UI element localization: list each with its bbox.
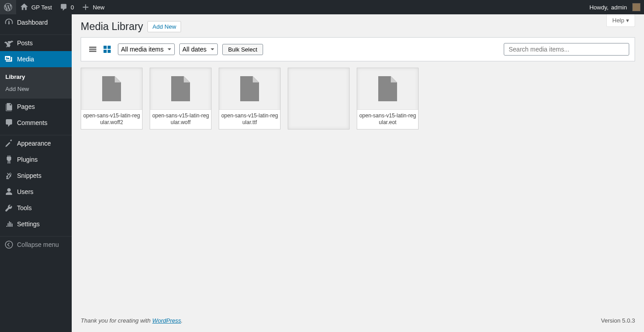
footer-thanks-suffix: . [181, 317, 183, 324]
media-thumb [219, 68, 280, 109]
sidebar-label: Posts [17, 39, 33, 47]
pages-icon [4, 102, 13, 111]
file-icon [378, 76, 397, 101]
media-icon [4, 55, 13, 64]
media-item[interactable]: open-sans-v15-latin-regular.woff2 [81, 68, 143, 129]
snippets-icon [4, 171, 13, 180]
sidebar-item-snippets[interactable]: Snippets [0, 168, 72, 184]
howdy-prefix: Howdy, [589, 4, 608, 11]
media-item[interactable]: open-sans-v15-latin-regular.woff [150, 68, 212, 129]
collapse-label: Collapse menu [17, 241, 59, 248]
file-icon [102, 76, 121, 101]
submenu-item-library[interactable]: Library [0, 71, 72, 83]
bulk-select-button[interactable]: Bulk Select [222, 44, 263, 55]
media-thumb [150, 68, 211, 109]
admin-sidebar: Dashboard Posts Media Library Add New Pa… [0, 14, 72, 332]
help-label: Help [612, 17, 624, 24]
footer: Thank you for creating with WordPress. V… [72, 309, 644, 332]
sidebar-item-posts[interactable]: Posts [0, 35, 72, 51]
sidebar-label: Snippets [17, 172, 41, 179]
dashboard-icon [4, 18, 13, 27]
comment-icon [59, 3, 68, 12]
view-list-button[interactable] [86, 43, 99, 56]
media-item[interactable] [288, 68, 350, 129]
admin-bar-left: GP Test 0 New [0, 0, 108, 14]
content-area: Help ▾ Media Library Add New All media i… [72, 14, 644, 332]
my-account[interactable]: Howdy, admin [586, 0, 644, 14]
sidebar-label: Users [17, 188, 34, 195]
username: admin [611, 4, 627, 11]
plugins-icon [4, 155, 13, 164]
plus-icon [81, 3, 90, 12]
filter-date-wrap: All dates [179, 43, 218, 55]
media-thumb [81, 68, 142, 109]
home-icon [20, 3, 29, 12]
sidebar-label: Settings [17, 220, 40, 228]
footer-thanks-prefix: Thank you for creating with [81, 317, 152, 324]
sidebar-label: Media [17, 56, 34, 63]
admin-bar-right: Howdy, admin [586, 0, 644, 14]
sidebar-item-media[interactable]: Media [0, 51, 72, 67]
comments-link[interactable]: 0 [56, 0, 78, 14]
sidebar-item-plugins[interactable]: Plugins [0, 151, 72, 168]
media-grid: open-sans-v15-latin-regular.woff2open-sa… [72, 61, 644, 136]
wordpress-link[interactable]: WordPress [152, 317, 181, 324]
sidebar-item-pages[interactable]: Pages [0, 99, 72, 115]
sidebar-label: Plugins [17, 156, 38, 163]
media-filename: open-sans-v15-latin-regular.eot [357, 109, 418, 129]
users-icon [4, 187, 13, 196]
media-filename: open-sans-v15-latin-regular.woff2 [81, 109, 142, 129]
media-item[interactable]: open-sans-v15-latin-regular.eot [357, 68, 419, 129]
version-text: Version 5.0.3 [601, 317, 635, 324]
new-content-link[interactable]: New [78, 0, 108, 14]
sidebar-label: Comments [17, 119, 48, 126]
comments-count: 0 [71, 4, 74, 11]
media-filename: open-sans-v15-latin-regular.woff [150, 109, 211, 129]
sidebar-item-dashboard[interactable]: Dashboard [0, 14, 72, 30]
admin-bar: GP Test 0 New Howdy, admin [0, 0, 644, 14]
sidebar-item-users[interactable]: Users [0, 184, 72, 200]
submenu-item-addnew[interactable]: Add New [0, 83, 72, 95]
tools-icon [4, 203, 13, 212]
search-input[interactable] [504, 43, 629, 56]
filter-date-select[interactable]: All dates [179, 43, 218, 55]
settings-icon [4, 220, 13, 229]
sidebar-label: Appearance [17, 140, 51, 147]
page-header: Media Library Add New [72, 14, 644, 37]
avatar [632, 3, 640, 11]
filter-type-select[interactable]: All media items [118, 43, 175, 55]
sidebar-item-tools[interactable]: Tools [0, 200, 72, 216]
sidebar-item-appearance[interactable]: Appearance [0, 135, 72, 151]
media-toolbar: All media items All dates Bulk Select [81, 37, 635, 61]
collapse-icon [4, 240, 13, 249]
media-item[interactable]: open-sans-v15-latin-regular.ttf [219, 68, 281, 129]
media-filename: open-sans-v15-latin-regular.ttf [219, 109, 280, 129]
appearance-icon [4, 139, 13, 148]
help-tab[interactable]: Help ▾ [606, 14, 635, 27]
file-icon [171, 76, 190, 101]
file-icon [240, 76, 259, 101]
new-label: New [93, 4, 104, 11]
filter-type-wrap: All media items [118, 43, 175, 55]
chevron-down-icon: ▾ [626, 17, 629, 24]
sidebar-label: Dashboard [17, 19, 48, 26]
site-name-link[interactable]: GP Test [16, 0, 56, 14]
sidebar-label: Tools [17, 204, 32, 211]
sidebar-item-comments[interactable]: Comments [0, 115, 72, 131]
add-new-button[interactable]: Add New [147, 21, 181, 32]
comments-icon [4, 118, 13, 127]
wordpress-icon [4, 3, 13, 12]
sidebar-submenu-media: Library Add New [0, 67, 72, 99]
view-grid-button[interactable] [101, 43, 113, 56]
svg-point-0 [5, 241, 13, 248]
media-thumb [357, 68, 418, 109]
media-thumb [288, 68, 349, 129]
view-switch [86, 43, 113, 56]
collapse-menu[interactable]: Collapse menu [0, 237, 72, 253]
wp-logo[interactable] [0, 0, 16, 14]
site-name: GP Test [31, 4, 52, 11]
pin-icon [4, 39, 13, 47]
sidebar-item-settings[interactable]: Settings [0, 216, 72, 232]
sidebar-label: Pages [17, 103, 35, 110]
page-title: Media Library [81, 21, 143, 33]
